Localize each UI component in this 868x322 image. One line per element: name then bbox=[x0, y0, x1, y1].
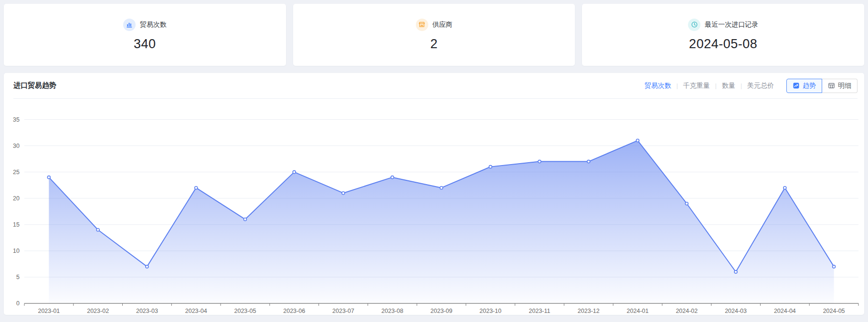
x-axis-label: 2023-09 bbox=[431, 308, 453, 314]
stat-label: 贸易次数 bbox=[140, 21, 167, 29]
data-point[interactable] bbox=[833, 265, 836, 268]
data-point[interactable] bbox=[685, 202, 688, 205]
tab-kg-weight[interactable]: 千克重量 bbox=[683, 82, 710, 90]
trend-area bbox=[49, 141, 834, 303]
x-axis-label: 2024-03 bbox=[725, 308, 747, 314]
metric-tabs: 贸易次数 | 千克重量 | 数量 | 美元总价 bbox=[645, 82, 774, 90]
x-axis-label: 2023-01 bbox=[38, 308, 60, 314]
stat-card-trade-count: 贸易次数 340 bbox=[4, 4, 286, 66]
x-axis-label: 2023-04 bbox=[185, 308, 207, 314]
data-point[interactable] bbox=[342, 192, 345, 195]
tab-separator: | bbox=[677, 83, 678, 89]
trend-chart-svg: 051015202530352023-012023-022023-032023-… bbox=[4, 99, 864, 315]
y-axis-label: 30 bbox=[13, 143, 20, 149]
stat-value: 2024-05-08 bbox=[689, 37, 757, 52]
view-switch-group: 趋势 明细 bbox=[786, 79, 857, 93]
y-axis-label: 10 bbox=[13, 248, 20, 254]
clock-icon bbox=[688, 19, 700, 31]
data-point[interactable] bbox=[146, 265, 148, 268]
data-point[interactable] bbox=[391, 176, 394, 179]
x-axis-label: 2024-02 bbox=[676, 308, 698, 314]
bar-chart-icon bbox=[123, 19, 136, 31]
trend-view-button[interactable]: 趋势 bbox=[786, 79, 822, 93]
x-axis-label: 2024-05 bbox=[823, 308, 845, 314]
stat-value: 340 bbox=[134, 37, 156, 52]
x-axis-label: 2023-02 bbox=[87, 308, 109, 314]
tab-separator: | bbox=[741, 83, 742, 89]
tab-trade-count[interactable]: 贸易次数 bbox=[645, 82, 671, 90]
data-point[interactable] bbox=[587, 160, 590, 163]
tab-separator: | bbox=[715, 83, 717, 89]
y-axis-label: 20 bbox=[13, 195, 20, 202]
stat-label: 供应商 bbox=[433, 21, 453, 29]
x-axis-label: 2023-07 bbox=[332, 308, 354, 314]
stat-label: 最近一次进口记录 bbox=[705, 21, 758, 29]
data-point[interactable] bbox=[783, 187, 786, 189]
stats-row: 贸易次数 340 供应商 2 最近一次进口记录 bbox=[0, 0, 868, 66]
x-axis-label: 2024-01 bbox=[627, 308, 649, 314]
x-axis-label: 2024-04 bbox=[774, 308, 796, 314]
x-axis-label: 2023-12 bbox=[578, 308, 600, 314]
data-point[interactable] bbox=[96, 229, 99, 231]
x-axis-label: 2023-10 bbox=[479, 308, 501, 314]
trend-icon bbox=[793, 82, 800, 89]
y-axis-label: 25 bbox=[13, 169, 20, 176]
table-icon bbox=[828, 82, 835, 89]
data-point[interactable] bbox=[440, 187, 443, 189]
x-axis-label: 2023-11 bbox=[529, 308, 550, 314]
y-axis-label: 5 bbox=[16, 274, 20, 280]
view-button-label: 趋势 bbox=[803, 82, 816, 90]
data-point[interactable] bbox=[47, 176, 50, 179]
stat-value: 2 bbox=[430, 37, 438, 52]
data-point[interactable] bbox=[636, 139, 639, 142]
tab-usd-total[interactable]: 美元总价 bbox=[747, 82, 774, 90]
trend-panel-header: 进口贸易趋势 贸易次数 | 千克重量 | 数量 | 美元总价 bbox=[13, 73, 857, 99]
data-point[interactable] bbox=[538, 160, 541, 163]
trend-chart[interactable]: 051015202530352023-012023-022023-032023-… bbox=[4, 99, 864, 315]
y-axis-label: 35 bbox=[13, 116, 20, 123]
data-point[interactable] bbox=[734, 270, 737, 273]
store-icon bbox=[416, 19, 428, 31]
detail-view-button[interactable]: 明细 bbox=[822, 79, 857, 93]
data-point[interactable] bbox=[195, 187, 198, 189]
import-trend-panel: 进口贸易趋势 贸易次数 | 千克重量 | 数量 | 美元总价 bbox=[4, 73, 864, 315]
x-axis-label: 2023-05 bbox=[234, 308, 256, 314]
data-point[interactable] bbox=[489, 166, 492, 168]
data-point[interactable] bbox=[293, 171, 296, 174]
stat-card-last-import: 最近一次进口记录 2024-05-08 bbox=[582, 4, 864, 66]
tab-quantity[interactable]: 数量 bbox=[722, 82, 735, 90]
x-axis-label: 2023-06 bbox=[283, 308, 305, 314]
y-axis-label: 15 bbox=[13, 221, 20, 228]
data-point[interactable] bbox=[243, 218, 246, 221]
stat-card-suppliers: 供应商 2 bbox=[293, 4, 575, 66]
x-axis-label: 2023-08 bbox=[381, 308, 403, 314]
x-axis-label: 2023-03 bbox=[136, 308, 158, 314]
panel-title: 进口贸易趋势 bbox=[13, 81, 56, 90]
view-button-label: 明细 bbox=[838, 82, 851, 90]
y-axis-label: 0 bbox=[16, 300, 20, 307]
